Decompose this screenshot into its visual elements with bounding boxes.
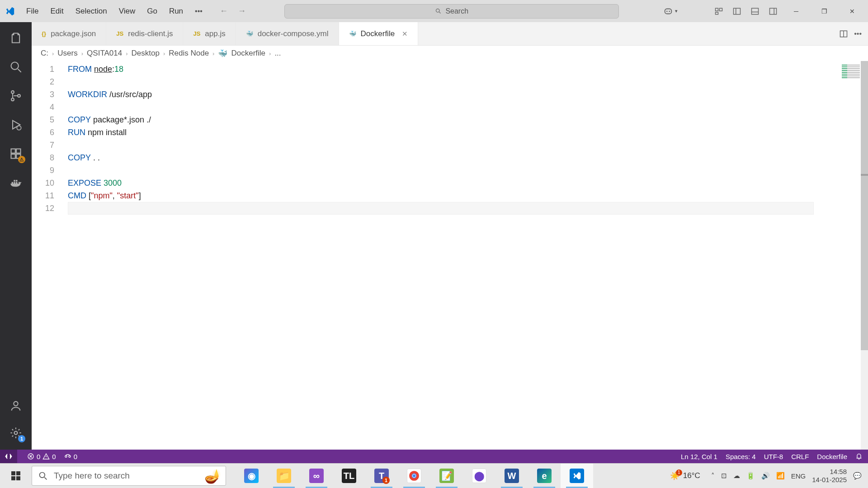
menu-overflow-icon[interactable]: ••• — [190, 5, 207, 18]
line-number: 6 — [32, 126, 54, 139]
remote-icon — [5, 452, 13, 460]
taskbar-app-edge[interactable]: e — [528, 464, 561, 488]
breadcrumb-separator-icon: › — [52, 50, 54, 57]
encoding-button[interactable]: UTF-8 — [764, 453, 783, 460]
taskbar-app-teams[interactable]: T1 — [365, 464, 398, 488]
taskbar-app-chrome[interactable] — [398, 464, 430, 488]
code-line[interactable]: WORKDIR /usr/src/app — [68, 88, 868, 101]
taskbar-app-copilot[interactable]: ◉ — [235, 464, 268, 488]
menu-view[interactable]: View — [113, 4, 141, 19]
start-button[interactable] — [0, 464, 32, 488]
close-tab-icon[interactable]: ✕ — [402, 30, 408, 38]
window-minimize-icon[interactable]: ─ — [785, 2, 807, 20]
settings-icon[interactable]: 1 — [8, 425, 24, 441]
breadcrumb-item[interactable]: C: — [41, 49, 48, 58]
run-debug-icon[interactable] — [8, 117, 24, 132]
extensions-icon[interactable]: ⚠ — [8, 146, 24, 161]
taskbar-app-github[interactable]: ⬤ — [463, 464, 495, 488]
copilot-button[interactable]: ▾ — [663, 6, 678, 16]
code-line[interactable]: FROM node:18 — [68, 63, 868, 75]
tray-onedrive-icon[interactable]: ☁ — [733, 472, 740, 480]
problems-button[interactable]: 0 0 — [27, 453, 56, 460]
breadcrumb-item[interactable]: ... — [274, 49, 281, 58]
code-line[interactable] — [68, 101, 868, 113]
taskbar-app-notepad[interactable]: 📝 — [430, 464, 463, 488]
taskbar-app-explorer[interactable]: 📁 — [268, 464, 300, 488]
breadcrumb-item[interactable]: QSITA014 — [87, 49, 122, 58]
code-content[interactable]: FROM node:18WORKDIR /usr/src/appCOPY pac… — [68, 63, 868, 450]
minimap[interactable] — [842, 65, 860, 78]
code-line[interactable] — [68, 202, 814, 215]
editor-tab[interactable]: {}package.json — [32, 22, 106, 45]
tray-chevron-icon[interactable]: ˄ — [711, 472, 715, 480]
account-icon[interactable] — [8, 398, 24, 413]
tray-battery-icon[interactable]: 🔋 — [746, 472, 755, 480]
indent-button[interactable]: Spaces: 4 — [726, 453, 756, 460]
weather-widget[interactable]: ☀️1 16°C — [670, 471, 700, 481]
taskbar-app-tl[interactable]: TL — [333, 464, 365, 488]
tray-volume-icon[interactable]: 🔊 — [761, 472, 770, 480]
code-line[interactable] — [68, 139, 868, 151]
window-restore-icon[interactable]: ❐ — [813, 2, 835, 20]
scrollbar-thumb[interactable] — [861, 61, 868, 350]
editor-tab[interactable]: JSredis-client.js — [106, 22, 183, 45]
taskbar-app-vscode[interactable] — [561, 464, 593, 488]
toggle-sidebar-right-icon[interactable] — [767, 5, 779, 18]
explorer-icon[interactable] — [8, 30, 24, 46]
editor-tab[interactable]: 🐳Dockerfile✕ — [339, 22, 419, 45]
code-line[interactable] — [68, 75, 868, 88]
menu-file[interactable]: File — [21, 4, 44, 19]
tab-label: package.json — [51, 29, 96, 38]
breadcrumb-item[interactable]: Users — [57, 49, 77, 58]
code-line[interactable]: COPY package*.json ./ — [68, 113, 868, 126]
tray-wifi-icon[interactable]: 📶 — [776, 472, 785, 480]
tray-language[interactable]: ENG — [791, 472, 806, 480]
windows-icon — [10, 470, 21, 481]
tray-meet-icon[interactable]: ⊡ — [721, 472, 727, 480]
ports-button[interactable]: 0 — [64, 453, 77, 460]
menu-edit[interactable]: Edit — [45, 4, 69, 19]
global-search-input[interactable]: Search — [284, 4, 619, 19]
search-activity-icon[interactable] — [8, 59, 24, 75]
breadcrumb-separator-icon: › — [163, 50, 165, 57]
window-close-icon[interactable]: ✕ — [841, 2, 863, 20]
tray-clock[interactable]: 14:58 14-01-2025 — [812, 468, 847, 484]
breadcrumb-item[interactable]: Dockerfile — [231, 49, 265, 58]
breadcrumb-separator-icon: › — [269, 50, 271, 57]
toggle-sidebar-left-icon[interactable] — [731, 5, 743, 18]
remote-button[interactable] — [0, 450, 17, 463]
tray-action-center-icon[interactable]: 💬 — [853, 472, 862, 480]
language-mode-button[interactable]: Dockerfile — [817, 453, 847, 460]
menu-go[interactable]: Go — [142, 4, 163, 19]
taskbar-app-visualstudio[interactable]: ∞ — [300, 464, 333, 488]
editor-tab[interactable]: 🐳docker-compose.yml — [236, 22, 339, 45]
breadcrumb-item[interactable]: Desktop — [132, 49, 160, 58]
code-line[interactable]: COPY . . — [68, 151, 868, 164]
code-line[interactable]: CMD ["npm", "start"] — [68, 189, 868, 202]
notifications-icon[interactable] — [855, 453, 863, 460]
menu-selection[interactable]: Selection — [70, 4, 113, 19]
taskbar-app-word[interactable]: W — [495, 464, 528, 488]
source-control-icon[interactable] — [8, 88, 24, 103]
taskbar-search-input[interactable]: Type here to search 🪔 — [32, 466, 226, 486]
cursor-position[interactable]: Ln 12, Col 1 — [681, 453, 717, 460]
svg-point-25 — [14, 432, 18, 435]
toggle-panel-icon[interactable] — [749, 5, 761, 18]
menu-run[interactable]: Run — [164, 4, 189, 19]
code-line[interactable]: EXPOSE 3000 — [68, 177, 868, 189]
code-line[interactable]: RUN npm install — [68, 126, 868, 139]
breadcrumb-item[interactable]: Redis Node — [169, 49, 209, 58]
docker-activity-icon[interactable] — [8, 175, 24, 190]
eol-button[interactable]: CRLF — [791, 453, 809, 460]
more-actions-icon[interactable]: ••• — [854, 30, 862, 38]
svg-point-0 — [436, 9, 440, 13]
code-editor[interactable]: 123456789101112 FROM node:18WORKDIR /usr… — [32, 61, 868, 450]
editor-tab[interactable]: JSapp.js — [183, 22, 236, 45]
layout-customize-icon[interactable] — [712, 5, 725, 18]
breadcrumbs[interactable]: C:›Users›QSITA014›Desktop›Redis Node›🐳Do… — [32, 46, 868, 61]
nav-forward-icon[interactable]: → — [234, 5, 250, 18]
editor-scrollbar[interactable] — [861, 61, 868, 450]
code-line[interactable] — [68, 164, 868, 177]
nav-back-icon[interactable]: ← — [216, 5, 231, 18]
split-editor-icon[interactable] — [840, 30, 848, 38]
